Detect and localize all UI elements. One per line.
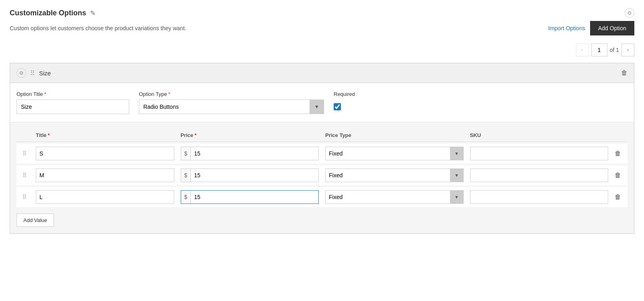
option-type-select[interactable]: Radio Buttons Drop-down Checkbox Multipl… (139, 100, 324, 114)
row-title-input[interactable] (36, 190, 174, 204)
row-title-cell (33, 190, 178, 204)
chevron-right-icon: › (627, 47, 629, 53)
option-title-label: Option Title* (17, 91, 129, 97)
edit-icon[interactable]: ✎ (90, 9, 95, 17)
required-label: Required (334, 91, 366, 97)
row-price-input[interactable] (191, 169, 316, 182)
row-price-type-cell: Fixed Percent ▼ (322, 168, 467, 182)
row-sku-cell (467, 147, 612, 160)
row-price-type-select[interactable]: Fixed Percent (325, 190, 464, 204)
row-delete-cell: 🗑 (611, 172, 627, 179)
add-value-button[interactable]: Add Value (17, 214, 54, 227)
price-symbol: $ (181, 147, 191, 160)
table-header: Title* Price* Price Type SKU (17, 129, 627, 142)
row-delete-cell: 🗑 (611, 150, 627, 157)
row-drag-handle[interactable]: ⠿ (17, 194, 33, 200)
option-title-input[interactable] (17, 100, 129, 114)
row-price-input[interactable] (191, 147, 316, 160)
table-row: ⠿ $ Fixed Percent ▼ (17, 165, 627, 185)
pagination-prev-button[interactable]: ‹ (576, 44, 589, 56)
row-title-cell (33, 147, 178, 160)
row-sku-input[interactable] (470, 168, 609, 182)
row-price-type-cell: Fixed Percent ▼ (322, 147, 467, 160)
table-row: ⠿ $ Fixed Percent ▼ (17, 143, 627, 164)
table-row: ⠿ $ Fixed Percent ▼ (17, 187, 627, 207)
row-price-type-cell: Fixed Percent ▼ (322, 190, 467, 204)
option-type-label: Option Type* (139, 91, 324, 97)
page-title: Customizable Options (10, 9, 86, 17)
pagination-next-button[interactable]: › (621, 44, 634, 56)
row-sku-cell (467, 168, 612, 182)
row-drag-handle[interactable]: ⠿ (17, 150, 33, 157)
values-table: Title* Price* Price Type SKU ⠿ $ (10, 122, 634, 233)
row-price-type-select[interactable]: Fixed Percent (325, 147, 464, 160)
row-title-cell (33, 168, 178, 182)
option-panel: ⊙ ⠿ Size 🗑 Option Title* Option Type* (10, 63, 634, 234)
row-delete-cell: 🗑 (611, 193, 627, 201)
option-title-required-star: * (44, 91, 46, 97)
row-price-cell: $ (178, 168, 322, 182)
row-price-type-select[interactable]: Fixed Percent (325, 168, 464, 182)
required-checkbox[interactable] (334, 103, 341, 110)
option-drag-handle[interactable]: ⠿ (30, 69, 35, 77)
row-price-input[interactable] (191, 191, 316, 203)
row-title-input[interactable] (36, 147, 174, 160)
col-actions (611, 132, 627, 138)
option-type-required-star: * (168, 91, 170, 97)
price-symbol: $ (181, 169, 191, 182)
option-panel-title: Size (39, 70, 51, 77)
option-panel-header: ⊙ ⠿ Size 🗑 (10, 63, 634, 83)
col-drag (17, 132, 33, 138)
row-sku-input[interactable] (470, 147, 609, 160)
option-delete-button[interactable]: 🗑 (621, 69, 627, 77)
row-title-input[interactable] (36, 168, 174, 182)
pagination-of-label: of 1 (610, 47, 619, 53)
col-sku-header: SKU (467, 132, 612, 138)
row-price-cell: $ (178, 147, 322, 160)
col-price-type-header: Price Type (322, 132, 467, 138)
chevron-left-icon: ‹ (582, 47, 583, 53)
price-symbol: $ (181, 191, 191, 203)
pagination-page-input[interactable] (591, 44, 607, 56)
option-fields-row: Option Title* Option Type* Radio Buttons… (10, 83, 634, 122)
add-option-button[interactable]: Add Option (590, 21, 634, 35)
import-options-link[interactable]: Import Options (548, 25, 585, 31)
col-title-header: Title* (33, 132, 178, 138)
collapse-icon[interactable]: ⊙ (625, 8, 634, 18)
option-collapse-icon[interactable]: ⊙ (17, 68, 26, 78)
row-drag-handle[interactable]: ⠿ (17, 172, 33, 179)
row-delete-button[interactable]: 🗑 (615, 150, 621, 157)
row-sku-input[interactable] (470, 190, 609, 204)
row-sku-cell (467, 190, 612, 204)
page-description: Custom options let customers choose the … (10, 25, 186, 31)
row-price-cell: $ (178, 190, 322, 204)
row-delete-button[interactable]: 🗑 (615, 193, 621, 201)
col-price-header: Price* (178, 132, 322, 138)
row-delete-button[interactable]: 🗑 (615, 172, 621, 179)
